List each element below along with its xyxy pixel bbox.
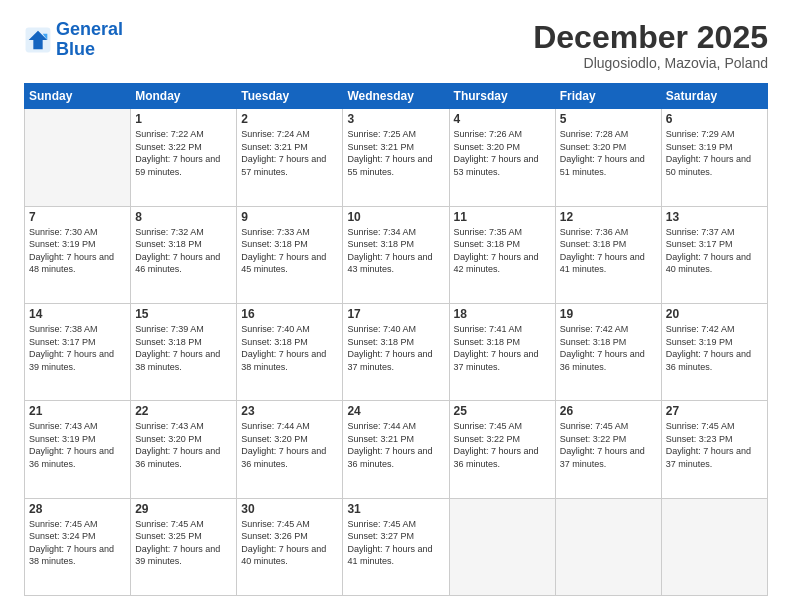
calendar-cell: 9Sunrise: 7:33 AMSunset: 3:18 PMDaylight… — [237, 206, 343, 303]
calendar-cell: 28Sunrise: 7:45 AMSunset: 3:24 PMDayligh… — [25, 498, 131, 595]
title-block: December 2025 Dlugosiodlo, Mazovia, Pola… — [533, 20, 768, 71]
calendar-cell: 31Sunrise: 7:45 AMSunset: 3:27 PMDayligh… — [343, 498, 449, 595]
day-number: 13 — [666, 210, 763, 224]
day-info: Sunrise: 7:32 AMSunset: 3:18 PMDaylight:… — [135, 226, 232, 276]
calendar-week-4: 21Sunrise: 7:43 AMSunset: 3:19 PMDayligh… — [25, 401, 768, 498]
page: General Blue December 2025 Dlugosiodlo, … — [0, 0, 792, 612]
day-number: 12 — [560, 210, 657, 224]
calendar-cell: 14Sunrise: 7:38 AMSunset: 3:17 PMDayligh… — [25, 303, 131, 400]
main-title: December 2025 — [533, 20, 768, 55]
day-info: Sunrise: 7:45 AMSunset: 3:22 PMDaylight:… — [454, 420, 551, 470]
calendar-week-3: 14Sunrise: 7:38 AMSunset: 3:17 PMDayligh… — [25, 303, 768, 400]
calendar-cell: 13Sunrise: 7:37 AMSunset: 3:17 PMDayligh… — [661, 206, 767, 303]
calendar-cell: 10Sunrise: 7:34 AMSunset: 3:18 PMDayligh… — [343, 206, 449, 303]
logo: General Blue — [24, 20, 123, 60]
day-info: Sunrise: 7:28 AMSunset: 3:20 PMDaylight:… — [560, 128, 657, 178]
day-number: 31 — [347, 502, 444, 516]
day-info: Sunrise: 7:30 AMSunset: 3:19 PMDaylight:… — [29, 226, 126, 276]
calendar-header-thursday: Thursday — [449, 84, 555, 109]
calendar-cell — [25, 109, 131, 206]
calendar-cell — [555, 498, 661, 595]
day-info: Sunrise: 7:40 AMSunset: 3:18 PMDaylight:… — [347, 323, 444, 373]
calendar-header-friday: Friday — [555, 84, 661, 109]
day-info: Sunrise: 7:22 AMSunset: 3:22 PMDaylight:… — [135, 128, 232, 178]
day-info: Sunrise: 7:24 AMSunset: 3:21 PMDaylight:… — [241, 128, 338, 178]
calendar-cell: 22Sunrise: 7:43 AMSunset: 3:20 PMDayligh… — [131, 401, 237, 498]
day-number: 22 — [135, 404, 232, 418]
calendar-cell: 7Sunrise: 7:30 AMSunset: 3:19 PMDaylight… — [25, 206, 131, 303]
day-info: Sunrise: 7:39 AMSunset: 3:18 PMDaylight:… — [135, 323, 232, 373]
calendar-cell: 26Sunrise: 7:45 AMSunset: 3:22 PMDayligh… — [555, 401, 661, 498]
calendar-cell: 30Sunrise: 7:45 AMSunset: 3:26 PMDayligh… — [237, 498, 343, 595]
day-info: Sunrise: 7:45 AMSunset: 3:22 PMDaylight:… — [560, 420, 657, 470]
calendar-cell: 17Sunrise: 7:40 AMSunset: 3:18 PMDayligh… — [343, 303, 449, 400]
day-number: 15 — [135, 307, 232, 321]
calendar-cell: 25Sunrise: 7:45 AMSunset: 3:22 PMDayligh… — [449, 401, 555, 498]
calendar-header-monday: Monday — [131, 84, 237, 109]
calendar-cell: 16Sunrise: 7:40 AMSunset: 3:18 PMDayligh… — [237, 303, 343, 400]
logo-line2: Blue — [56, 39, 95, 59]
day-number: 8 — [135, 210, 232, 224]
calendar-cell: 6Sunrise: 7:29 AMSunset: 3:19 PMDaylight… — [661, 109, 767, 206]
header: General Blue December 2025 Dlugosiodlo, … — [24, 20, 768, 71]
day-number: 1 — [135, 112, 232, 126]
day-number: 20 — [666, 307, 763, 321]
calendar-cell: 4Sunrise: 7:26 AMSunset: 3:20 PMDaylight… — [449, 109, 555, 206]
calendar-header-sunday: Sunday — [25, 84, 131, 109]
calendar-cell: 8Sunrise: 7:32 AMSunset: 3:18 PMDaylight… — [131, 206, 237, 303]
calendar-cell — [661, 498, 767, 595]
calendar-cell: 15Sunrise: 7:39 AMSunset: 3:18 PMDayligh… — [131, 303, 237, 400]
calendar-week-1: 1Sunrise: 7:22 AMSunset: 3:22 PMDaylight… — [25, 109, 768, 206]
calendar-table: SundayMondayTuesdayWednesdayThursdayFrid… — [24, 83, 768, 596]
day-info: Sunrise: 7:34 AMSunset: 3:18 PMDaylight:… — [347, 226, 444, 276]
day-number: 24 — [347, 404, 444, 418]
day-info: Sunrise: 7:42 AMSunset: 3:18 PMDaylight:… — [560, 323, 657, 373]
day-info: Sunrise: 7:43 AMSunset: 3:19 PMDaylight:… — [29, 420, 126, 470]
calendar-header-tuesday: Tuesday — [237, 84, 343, 109]
day-number: 4 — [454, 112, 551, 126]
day-info: Sunrise: 7:45 AMSunset: 3:23 PMDaylight:… — [666, 420, 763, 470]
day-info: Sunrise: 7:45 AMSunset: 3:24 PMDaylight:… — [29, 518, 126, 568]
day-info: Sunrise: 7:45 AMSunset: 3:25 PMDaylight:… — [135, 518, 232, 568]
calendar-header-row: SundayMondayTuesdayWednesdayThursdayFrid… — [25, 84, 768, 109]
logo-icon — [24, 26, 52, 54]
calendar-cell: 5Sunrise: 7:28 AMSunset: 3:20 PMDaylight… — [555, 109, 661, 206]
day-number: 6 — [666, 112, 763, 126]
day-number: 7 — [29, 210, 126, 224]
calendar-cell: 1Sunrise: 7:22 AMSunset: 3:22 PMDaylight… — [131, 109, 237, 206]
calendar-cell: 27Sunrise: 7:45 AMSunset: 3:23 PMDayligh… — [661, 401, 767, 498]
day-number: 14 — [29, 307, 126, 321]
day-number: 11 — [454, 210, 551, 224]
day-info: Sunrise: 7:43 AMSunset: 3:20 PMDaylight:… — [135, 420, 232, 470]
day-number: 30 — [241, 502, 338, 516]
day-info: Sunrise: 7:25 AMSunset: 3:21 PMDaylight:… — [347, 128, 444, 178]
day-number: 27 — [666, 404, 763, 418]
day-info: Sunrise: 7:44 AMSunset: 3:20 PMDaylight:… — [241, 420, 338, 470]
day-info: Sunrise: 7:45 AMSunset: 3:26 PMDaylight:… — [241, 518, 338, 568]
day-number: 17 — [347, 307, 444, 321]
calendar-header-wednesday: Wednesday — [343, 84, 449, 109]
day-number: 3 — [347, 112, 444, 126]
day-info: Sunrise: 7:42 AMSunset: 3:19 PMDaylight:… — [666, 323, 763, 373]
day-number: 29 — [135, 502, 232, 516]
calendar-cell: 2Sunrise: 7:24 AMSunset: 3:21 PMDaylight… — [237, 109, 343, 206]
calendar-cell: 29Sunrise: 7:45 AMSunset: 3:25 PMDayligh… — [131, 498, 237, 595]
calendar-week-2: 7Sunrise: 7:30 AMSunset: 3:19 PMDaylight… — [25, 206, 768, 303]
day-number: 26 — [560, 404, 657, 418]
day-number: 5 — [560, 112, 657, 126]
calendar-cell: 23Sunrise: 7:44 AMSunset: 3:20 PMDayligh… — [237, 401, 343, 498]
day-number: 16 — [241, 307, 338, 321]
day-number: 23 — [241, 404, 338, 418]
day-number: 25 — [454, 404, 551, 418]
day-number: 10 — [347, 210, 444, 224]
subtitle: Dlugosiodlo, Mazovia, Poland — [533, 55, 768, 71]
day-number: 9 — [241, 210, 338, 224]
day-number: 19 — [560, 307, 657, 321]
logo-text: General Blue — [56, 20, 123, 60]
day-info: Sunrise: 7:40 AMSunset: 3:18 PMDaylight:… — [241, 323, 338, 373]
calendar-cell: 18Sunrise: 7:41 AMSunset: 3:18 PMDayligh… — [449, 303, 555, 400]
calendar-week-5: 28Sunrise: 7:45 AMSunset: 3:24 PMDayligh… — [25, 498, 768, 595]
calendar-cell: 12Sunrise: 7:36 AMSunset: 3:18 PMDayligh… — [555, 206, 661, 303]
calendar-cell: 24Sunrise: 7:44 AMSunset: 3:21 PMDayligh… — [343, 401, 449, 498]
calendar-cell: 21Sunrise: 7:43 AMSunset: 3:19 PMDayligh… — [25, 401, 131, 498]
